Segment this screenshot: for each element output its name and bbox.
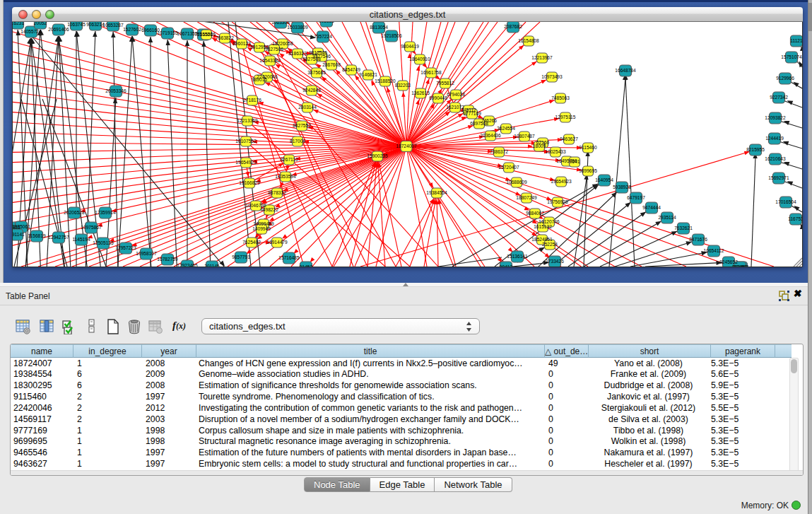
svg-text:16033809: 16033809 — [287, 25, 308, 30]
svg-text:8454749: 8454749 — [342, 67, 360, 72]
svg-text:6897568: 6897568 — [470, 121, 488, 126]
svg-text:15720407: 15720407 — [498, 165, 519, 170]
svg-text:1640954: 1640954 — [595, 177, 613, 182]
svg-text:252254: 252254 — [542, 242, 558, 247]
svg-text:15751074: 15751074 — [781, 54, 802, 59]
svg-text:9777169: 9777169 — [463, 111, 481, 116]
svg-text:10807487: 10807487 — [514, 134, 535, 139]
svg-text:12093822: 12093822 — [765, 115, 786, 120]
svg-text:9245652: 9245652 — [719, 259, 738, 264]
svg-text:1409949: 1409949 — [252, 226, 271, 231]
svg-text:892450: 892450 — [732, 264, 748, 267]
svg-text:9641: 9641 — [570, 159, 580, 164]
svg-text:10654112: 10654112 — [704, 248, 724, 253]
svg-text:9463627: 9463627 — [560, 136, 578, 141]
svg-text:16210643: 16210643 — [765, 156, 786, 161]
svg-text:7663822: 7663822 — [216, 35, 234, 40]
svg-text:20691406: 20691406 — [48, 27, 69, 32]
svg-text:9474444: 9474444 — [642, 205, 661, 210]
svg-text:11121: 11121 — [790, 38, 802, 43]
svg-text:10688609: 10688609 — [506, 180, 527, 185]
svg-text:9146821: 9146821 — [359, 72, 377, 77]
svg-text:989015: 989015 — [252, 77, 267, 82]
svg-text:9884067: 9884067 — [526, 211, 544, 216]
svg-text:832203: 832203 — [395, 83, 411, 88]
svg-text:1985061: 1985061 — [13, 224, 30, 229]
svg-text:8215955: 8215955 — [746, 147, 765, 152]
svg-text:7632621: 7632621 — [674, 226, 693, 230]
svg-text:16961758: 16961758 — [420, 70, 442, 75]
svg-text:12942757: 12942757 — [48, 235, 69, 240]
svg-text:10719155: 10719155 — [157, 30, 178, 35]
svg-text:90412: 90412 — [500, 264, 513, 267]
svg-text:16120746: 16120746 — [539, 219, 560, 224]
svg-text:10025433: 10025433 — [545, 149, 566, 154]
svg-text:1156819: 1156819 — [28, 233, 46, 238]
svg-text:19654923: 19654923 — [551, 179, 572, 184]
svg-text:1527602: 1527602 — [123, 27, 141, 32]
svg-text:20364436: 20364436 — [480, 133, 501, 138]
svg-text:19756928: 19756928 — [547, 199, 568, 204]
svg-text:15900235: 15900235 — [367, 153, 388, 158]
svg-text:12975115: 12975115 — [555, 115, 576, 119]
svg-text:2935114: 2935114 — [658, 215, 676, 220]
svg-text:1733426: 1733426 — [546, 259, 564, 264]
svg-text:17359914: 17359914 — [95, 210, 116, 215]
svg-text:19654923: 19654923 — [235, 160, 257, 165]
svg-text:8267110: 8267110 — [280, 157, 298, 162]
svg-text:16231: 16231 — [13, 22, 24, 25]
svg-text:16914479: 16914479 — [266, 240, 288, 245]
svg-text:6479197: 6479197 — [627, 195, 645, 200]
svg-text:9227342: 9227342 — [770, 95, 788, 100]
svg-text:18640910: 18640910 — [409, 57, 430, 62]
svg-text:2803144: 2803144 — [298, 105, 317, 110]
svg-text:12923465: 12923465 — [177, 263, 198, 267]
svg-text:10107552: 10107552 — [235, 139, 257, 144]
svg-text:8960123: 8960123 — [233, 41, 251, 46]
svg-text:15188520: 15188520 — [375, 78, 396, 83]
svg-text:17957223: 17957223 — [115, 245, 136, 250]
svg-text:91452: 91452 — [300, 264, 313, 267]
svg-text:16154808: 16154808 — [518, 38, 539, 43]
svg-text:19166829: 19166829 — [239, 180, 260, 185]
svg-text:12213369: 12213369 — [237, 118, 258, 123]
svg-text:20052: 20052 — [34, 22, 47, 25]
svg-text:10958107: 10958107 — [136, 251, 157, 256]
svg-text:8427552: 8427552 — [293, 123, 311, 128]
svg-text:1362615: 1362615 — [411, 90, 430, 95]
svg-text:9115460: 9115460 — [579, 145, 597, 150]
svg-text:7357224: 7357224 — [314, 34, 332, 39]
svg-text:9129966: 9129966 — [776, 76, 794, 81]
svg-text:14353594: 14353594 — [275, 174, 296, 179]
svg-text:7625402: 7625402 — [242, 240, 261, 245]
svg-text:9242848: 9242848 — [302, 88, 321, 93]
svg-text:3624554: 3624554 — [497, 126, 515, 131]
svg-text:16543382: 16543382 — [259, 58, 281, 63]
svg-text:116753: 116753 — [788, 216, 802, 221]
svg-text:9063214: 9063214 — [86, 22, 105, 27]
svg-text:8878332: 8878332 — [268, 190, 286, 195]
svg-text:12213967: 12213967 — [531, 55, 553, 60]
svg-text:18807249: 18807249 — [516, 195, 537, 200]
svg-text:18009: 18009 — [533, 144, 546, 148]
svg-text:9804419: 9804419 — [401, 44, 419, 49]
svg-text:9899695: 9899695 — [579, 168, 597, 173]
svg-text:6990448: 6990448 — [429, 95, 447, 100]
svg-text:10973493: 10973493 — [541, 74, 563, 79]
svg-text:1145194: 1145194 — [72, 237, 90, 242]
svg-text:16648784: 16648784 — [615, 68, 636, 73]
svg-text:8813054: 8813054 — [370, 25, 388, 30]
svg-text:1244419: 1244419 — [765, 136, 784, 141]
svg-text:10653287: 10653287 — [102, 23, 124, 28]
svg-text:8471676: 8471676 — [689, 237, 707, 242]
svg-text:7485063: 7485063 — [551, 95, 570, 100]
svg-text:7386372: 7386372 — [490, 149, 508, 154]
svg-text:19384554: 19384554 — [426, 190, 447, 195]
svg-text:1615132: 1615132 — [534, 224, 552, 229]
svg-text:7955812: 7955812 — [436, 81, 454, 86]
svg-text:18724007: 18724007 — [396, 144, 417, 148]
svg-text:17016504: 17016504 — [775, 199, 796, 204]
svg-text:9827506: 9827506 — [265, 47, 283, 52]
svg-text:8186323: 8186323 — [288, 51, 307, 56]
svg-text:5938928: 5938928 — [613, 185, 631, 189]
